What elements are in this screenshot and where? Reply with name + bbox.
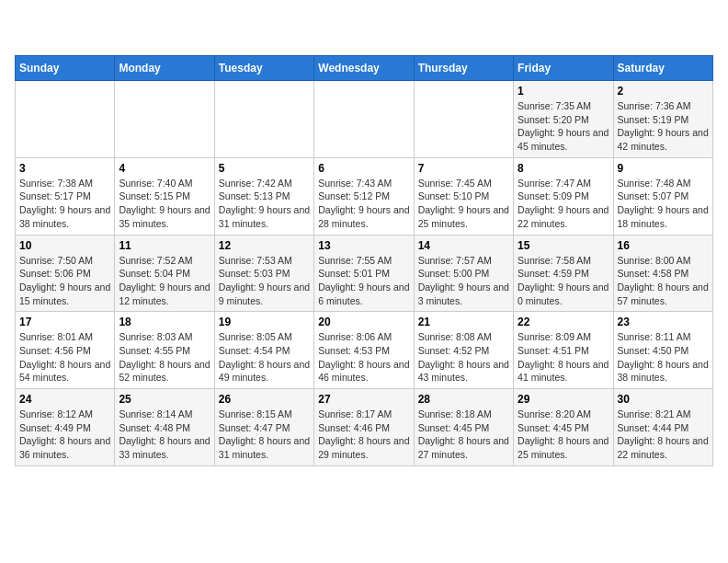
day-info: Sunrise: 8:11 AM Sunset: 4:50 PM Dayligh…: [618, 330, 709, 385]
cell-w5-d4: 28Sunrise: 8:18 AM Sunset: 4:45 PM Dayli…: [414, 389, 513, 466]
cell-w2-d1: 4Sunrise: 7:40 AM Sunset: 5:15 PM Daylig…: [115, 157, 214, 235]
day-info: Sunrise: 8:09 AM Sunset: 4:51 PM Dayligh…: [518, 330, 609, 385]
day-number: 1: [518, 85, 609, 98]
header-saturday: Saturday: [613, 56, 712, 81]
day-info: Sunrise: 8:00 AM Sunset: 4:58 PM Dayligh…: [618, 254, 709, 308]
day-info: Sunrise: 8:18 AM Sunset: 4:45 PM Dayligh…: [418, 408, 509, 462]
day-info: Sunrise: 7:58 AM Sunset: 4:59 PM Dayligh…: [518, 254, 609, 308]
calendar-table: SundayMondayTuesdayWednesdayThursdayFrid…: [15, 55, 713, 466]
day-info: Sunrise: 7:40 AM Sunset: 5:15 PM Dayligh…: [119, 177, 210, 231]
cell-w3-d6: 16Sunrise: 8:00 AM Sunset: 4:58 PM Dayli…: [613, 235, 712, 312]
day-number: 24: [19, 393, 110, 406]
day-info: Sunrise: 7:53 AM Sunset: 5:03 PM Dayligh…: [219, 254, 310, 308]
cell-w4-d1: 18Sunrise: 8:03 AM Sunset: 4:55 PM Dayli…: [115, 312, 214, 389]
cell-w3-d3: 13Sunrise: 7:55 AM Sunset: 5:01 PM Dayli…: [314, 235, 414, 312]
day-info: Sunrise: 8:01 AM Sunset: 4:56 PM Dayligh…: [19, 330, 110, 385]
cell-w5-d1: 25Sunrise: 8:14 AM Sunset: 4:48 PM Dayli…: [115, 389, 214, 466]
header-sunday: Sunday: [16, 56, 115, 81]
day-number: 15: [518, 239, 609, 252]
day-number: 12: [219, 239, 310, 252]
header-monday: Monday: [115, 56, 214, 81]
cell-w1-d3: [314, 81, 414, 158]
cell-w3-d0: 10Sunrise: 7:50 AM Sunset: 5:06 PM Dayli…: [16, 235, 115, 312]
day-info: Sunrise: 8:05 AM Sunset: 4:54 PM Dayligh…: [219, 330, 310, 385]
header: [15, 15, 713, 48]
logo-icon: [15, 15, 48, 48]
day-number: 7: [418, 162, 509, 175]
cell-w4-d6: 23Sunrise: 8:11 AM Sunset: 4:50 PM Dayli…: [613, 312, 712, 389]
cell-w3-d4: 14Sunrise: 7:57 AM Sunset: 5:00 PM Dayli…: [414, 235, 513, 312]
day-number: 14: [418, 239, 509, 252]
day-number: 20: [318, 316, 409, 328]
cell-w4-d0: 17Sunrise: 8:01 AM Sunset: 4:56 PM Dayli…: [16, 312, 115, 389]
cell-w2-d2: 5Sunrise: 7:42 AM Sunset: 5:13 PM Daylig…: [214, 157, 313, 235]
cell-w1-d2: [214, 81, 313, 158]
cell-w5-d6: 30Sunrise: 8:21 AM Sunset: 4:44 PM Dayli…: [613, 389, 712, 466]
cell-w3-d1: 11Sunrise: 7:52 AM Sunset: 5:04 PM Dayli…: [115, 235, 214, 312]
cell-w5-d2: 26Sunrise: 8:15 AM Sunset: 4:47 PM Dayli…: [214, 389, 313, 466]
cell-w1-d4: [414, 81, 513, 158]
header-wednesday: Wednesday: [314, 56, 414, 81]
cell-w1-d0: [16, 81, 115, 158]
day-info: Sunrise: 7:50 AM Sunset: 5:06 PM Dayligh…: [19, 254, 110, 308]
week-row-5: 24Sunrise: 8:12 AM Sunset: 4:49 PM Dayli…: [16, 389, 713, 466]
day-number: 8: [518, 162, 609, 175]
day-info: Sunrise: 8:21 AM Sunset: 4:44 PM Dayligh…: [618, 408, 709, 462]
day-info: Sunrise: 8:06 AM Sunset: 4:53 PM Dayligh…: [318, 330, 409, 385]
day-number: 4: [119, 162, 210, 175]
cell-w5-d3: 27Sunrise: 8:17 AM Sunset: 4:46 PM Dayli…: [314, 389, 414, 466]
day-number: 6: [318, 162, 409, 175]
day-number: 22: [518, 316, 609, 328]
day-number: 29: [518, 393, 609, 406]
day-info: Sunrise: 7:48 AM Sunset: 5:07 PM Dayligh…: [618, 177, 709, 231]
cell-w2-d4: 7Sunrise: 7:45 AM Sunset: 5:10 PM Daylig…: [414, 157, 513, 235]
week-row-3: 10Sunrise: 7:50 AM Sunset: 5:06 PM Dayli…: [16, 235, 713, 312]
day-info: Sunrise: 8:03 AM Sunset: 4:55 PM Dayligh…: [119, 330, 210, 385]
day-number: 30: [618, 393, 709, 406]
header-friday: Friday: [514, 56, 613, 81]
day-info: Sunrise: 8:15 AM Sunset: 4:47 PM Dayligh…: [219, 408, 310, 462]
day-info: Sunrise: 8:17 AM Sunset: 4:46 PM Dayligh…: [318, 408, 409, 462]
cell-w3-d2: 12Sunrise: 7:53 AM Sunset: 5:03 PM Dayli…: [214, 235, 313, 312]
day-number: 2: [618, 85, 709, 98]
day-number: 19: [219, 316, 310, 328]
day-number: 13: [318, 239, 409, 252]
day-number: 3: [19, 162, 110, 175]
day-number: 26: [219, 393, 310, 406]
day-info: Sunrise: 8:12 AM Sunset: 4:49 PM Dayligh…: [19, 408, 110, 462]
day-info: Sunrise: 7:36 AM Sunset: 5:19 PM Dayligh…: [618, 99, 709, 154]
week-row-2: 3Sunrise: 7:38 AM Sunset: 5:17 PM Daylig…: [16, 157, 713, 235]
day-number: 9: [618, 162, 709, 175]
day-number: 16: [618, 239, 709, 252]
cell-w5-d0: 24Sunrise: 8:12 AM Sunset: 4:49 PM Dayli…: [16, 389, 115, 466]
cell-w4-d3: 20Sunrise: 8:06 AM Sunset: 4:53 PM Dayli…: [314, 312, 414, 389]
day-number: 18: [119, 316, 210, 328]
header-thursday: Thursday: [414, 56, 513, 81]
cell-w4-d2: 19Sunrise: 8:05 AM Sunset: 4:54 PM Dayli…: [214, 312, 313, 389]
day-info: Sunrise: 7:57 AM Sunset: 5:00 PM Dayligh…: [418, 254, 509, 308]
day-number: 25: [119, 393, 210, 406]
header-row: SundayMondayTuesdayWednesdayThursdayFrid…: [16, 56, 713, 81]
logo: [15, 15, 51, 48]
calendar-body: 1Sunrise: 7:35 AM Sunset: 5:20 PM Daylig…: [16, 81, 713, 466]
cell-w4-d5: 22Sunrise: 8:09 AM Sunset: 4:51 PM Dayli…: [514, 312, 613, 389]
cell-w2-d0: 3Sunrise: 7:38 AM Sunset: 5:17 PM Daylig…: [16, 157, 115, 235]
header-tuesday: Tuesday: [214, 56, 313, 81]
week-row-1: 1Sunrise: 7:35 AM Sunset: 5:20 PM Daylig…: [16, 81, 713, 158]
day-info: Sunrise: 7:55 AM Sunset: 5:01 PM Dayligh…: [318, 254, 409, 308]
day-info: Sunrise: 7:38 AM Sunset: 5:17 PM Dayligh…: [19, 177, 110, 231]
day-info: Sunrise: 7:47 AM Sunset: 5:09 PM Dayligh…: [518, 177, 609, 231]
cell-w2-d5: 8Sunrise: 7:47 AM Sunset: 5:09 PM Daylig…: [514, 157, 613, 235]
cell-w2-d6: 9Sunrise: 7:48 AM Sunset: 5:07 PM Daylig…: [613, 157, 712, 235]
day-info: Sunrise: 8:20 AM Sunset: 4:45 PM Dayligh…: [518, 408, 609, 462]
cell-w1-d6: 2Sunrise: 7:36 AM Sunset: 5:19 PM Daylig…: [613, 81, 712, 158]
day-info: Sunrise: 7:42 AM Sunset: 5:13 PM Dayligh…: [219, 177, 310, 231]
day-info: Sunrise: 7:43 AM Sunset: 5:12 PM Dayligh…: [318, 177, 409, 231]
calendar-header: SundayMondayTuesdayWednesdayThursdayFrid…: [16, 56, 713, 81]
day-number: 21: [418, 316, 509, 328]
day-number: 10: [19, 239, 110, 252]
cell-w4-d4: 21Sunrise: 8:08 AM Sunset: 4:52 PM Dayli…: [414, 312, 513, 389]
day-number: 28: [418, 393, 509, 406]
day-number: 17: [19, 316, 110, 328]
week-row-4: 17Sunrise: 8:01 AM Sunset: 4:56 PM Dayli…: [16, 312, 713, 389]
